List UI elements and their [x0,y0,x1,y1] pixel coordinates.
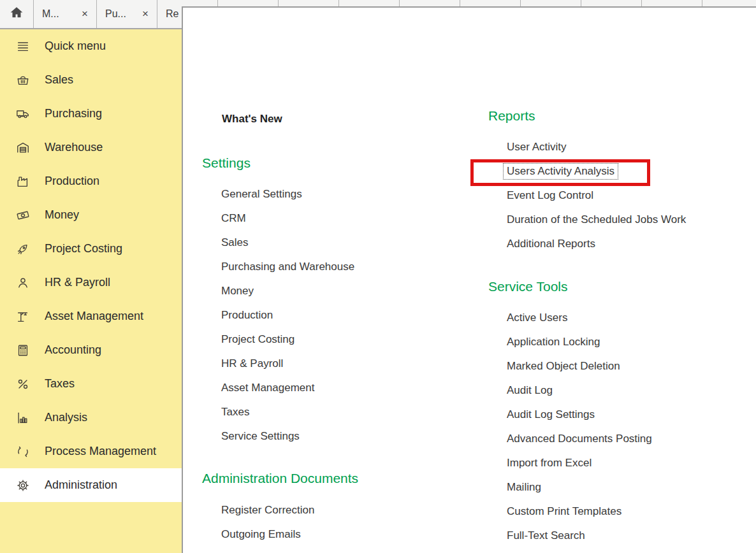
gear-icon [16,478,30,492]
truck-icon [16,107,30,121]
menu-item[interactable]: Marked Object Deletion [507,354,652,378]
menu-item-users-activity-analysis[interactable]: Users Activity Analysis [507,159,686,183]
sidebar-item-process-management[interactable]: Process Management [0,434,182,468]
menu-item[interactable]: Register Correction [221,498,314,522]
warehouse-icon [16,141,30,155]
settings-list: General Settings CRM Sales Purchasing an… [221,182,354,449]
menu-item[interactable]: Purchasing and Warehouse [221,255,354,279]
menu-item[interactable]: Active Users [507,306,652,330]
sidebar-item-asset-management[interactable]: Asset Management [0,299,182,333]
menu-item[interactable]: Additional Reports [507,232,686,256]
section-title-service-tools[interactable]: Service Tools [488,279,568,294]
person-icon [16,276,30,290]
basket-icon [16,73,30,87]
menu-item[interactable]: Service Settings [221,424,354,449]
sidebar-item-administration[interactable]: Administration [0,468,182,502]
whats-new-link[interactable]: What's New [222,113,282,126]
menu-item[interactable]: Audit Log Settings [507,403,652,427]
calculator-icon [16,343,30,357]
crane-icon [16,310,30,324]
menu-item[interactable]: Application Locking [507,330,652,354]
menu-item[interactable]: HR & Payroll [221,352,354,376]
percent-icon [16,377,30,391]
tab-label: M... [42,8,59,20]
tab-label: Re [166,8,178,20]
menu-item[interactable]: Sales [221,231,354,255]
menu-item[interactable]: Full-Text Search [507,524,652,548]
menu-item[interactable]: Custom Print Templates [507,499,652,524]
menu-item[interactable]: Asset Management [221,376,354,400]
sidebar-item-quick-menu[interactable]: Quick menu [0,29,182,63]
sidebar-item-hr-payroll[interactable]: HR & Payroll [0,266,182,299]
app-window: M... × Pu... × Re Quick menu [0,0,756,553]
sidebar-item-analysis[interactable]: Analysis [0,401,182,434]
bar-chart-icon [16,411,30,425]
menu-item[interactable]: Advanced Documents Posting [507,427,652,451]
hamburger-icon [16,40,30,54]
factory-icon [16,175,30,189]
sidebar-item-warehouse[interactable]: Warehouse [0,131,182,164]
menu-item[interactable]: Event Log Control [507,183,686,208]
cycle-icon [16,445,30,459]
administration-documents-list: Register Correction Outgoing Emails [221,498,314,547]
tab-home[interactable] [0,0,34,28]
menu-item[interactable]: Outgoing Emails [221,522,314,547]
menu-item[interactable]: CRM [221,206,354,231]
sidebar-item-sales[interactable]: Sales [0,63,182,97]
menu-item[interactable]: Import from Excel [507,451,652,475]
tab-2[interactable]: Pu... × [97,0,157,28]
service-tools-list: Active Users Application Locking Marked … [507,306,652,548]
menu-item[interactable]: Money [221,279,354,303]
menu-item[interactable]: Production [221,303,354,327]
section-sidebar: Quick menu Sales Purchasing Warehouse [0,29,182,553]
tab-1[interactable]: M... × [34,0,97,28]
menu-item[interactable]: General Settings [221,182,354,206]
reports-list: User Activity Users Activity Analysis Ev… [507,135,686,256]
menu-item[interactable]: User Activity [507,135,686,159]
close-icon[interactable]: × [142,8,149,20]
rocket-icon [16,242,30,256]
close-icon[interactable]: × [82,8,88,20]
menu-item[interactable]: Mailing [507,475,652,499]
menu-item[interactable]: Duration of the Scheduled Jobs Work [507,208,686,232]
menu-item[interactable]: Project Costing [221,327,354,352]
sidebar-item-accounting[interactable]: Accounting [0,333,182,367]
sidebar-item-taxes[interactable]: Taxes [0,367,182,401]
banknote-icon [16,208,30,222]
administration-function-menu: What's New Settings General Settings CRM… [182,6,756,553]
sidebar-item-production[interactable]: Production [0,164,182,198]
sidebar-item-money[interactable]: Money [0,198,182,232]
section-title-reports[interactable]: Reports [488,108,535,124]
home-icon [8,5,25,23]
tab-label: Pu... [105,8,126,20]
section-title-administration-documents[interactable]: Administration Documents [202,471,358,486]
menu-item[interactable]: Audit Log [507,378,652,403]
sidebar-item-purchasing[interactable]: Purchasing [0,97,182,131]
menu-item[interactable]: Taxes [221,400,354,424]
section-title-settings[interactable]: Settings [202,155,251,171]
sidebar-item-project-costing[interactable]: Project Costing [0,232,182,266]
